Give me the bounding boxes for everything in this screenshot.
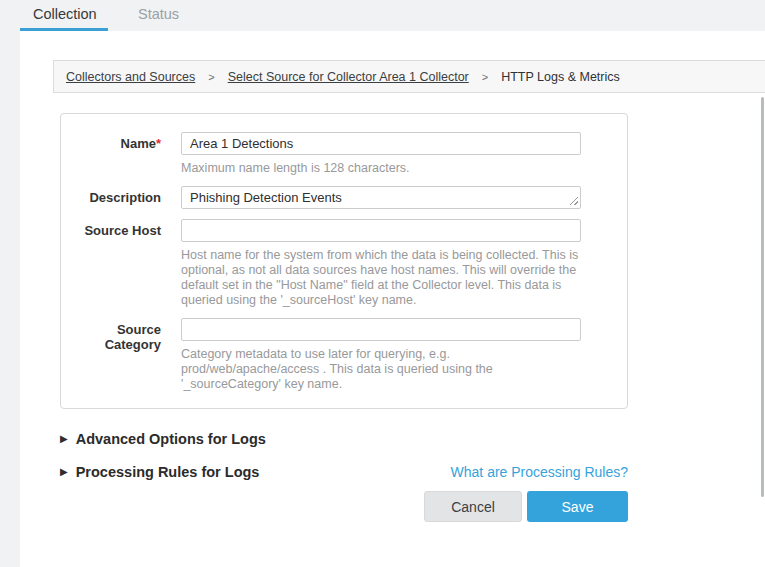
source-config-form: Name* Maximum name length is 128 charact… <box>60 113 628 409</box>
breadcrumb-link-select-source[interactable]: Select Source for Collector Area 1 Colle… <box>228 70 469 84</box>
caret-right-icon: ▶ <box>60 467 68 477</box>
source-host-field-wrap: Host name for the system from which the … <box>181 219 581 308</box>
tab-bar: Collection Status <box>0 0 765 31</box>
processing-rules-title: Processing Rules for Logs <box>76 464 260 480</box>
scrollbar[interactable] <box>761 97 764 497</box>
required-asterisk: * <box>156 136 161 151</box>
main-column: Name* Maximum name length is 128 charact… <box>60 113 628 522</box>
description-label: Description <box>61 186 161 209</box>
cancel-button[interactable]: Cancel <box>424 491 522 522</box>
what-are-processing-rules-link[interactable]: What are Processing Rules? <box>451 464 628 480</box>
tab-collection[interactable]: Collection <box>33 6 97 22</box>
form-row-source-host: Source Host Host name for the system fro… <box>61 219 627 308</box>
section-advanced-options[interactable]: ▶ Advanced Options for Logs <box>60 431 628 447</box>
form-actions: Cancel Save <box>60 491 628 522</box>
form-row-description: Description Phishing Detection Events <box>61 186 627 209</box>
page-root: Collection Status Collectors and Sources… <box>0 0 765 567</box>
name-field-wrap: Maximum name length is 128 characters. <box>181 132 581 176</box>
name-helper-text: Maximum name length is 128 characters. <box>181 161 581 176</box>
advanced-options-title: Advanced Options for Logs <box>76 431 266 447</box>
breadcrumb: Collectors and Sources > Select Source f… <box>53 60 765 93</box>
caret-right-icon: ▶ <box>60 434 68 444</box>
breadcrumb-current-page: HTTP Logs & Metrics <box>501 70 620 84</box>
name-label-text: Name <box>121 136 156 151</box>
form-row-source-category: Source Category Category metadata to use… <box>61 318 627 392</box>
source-category-field-wrap: Category metadata to use later for query… <box>181 318 581 392</box>
section-processing-rules[interactable]: ▶ Processing Rules for Logs <box>60 464 259 480</box>
breadcrumb-separator: > <box>482 71 488 83</box>
name-input[interactable] <box>181 132 581 155</box>
source-host-helper-text: Host name for the system from which the … <box>181 248 581 308</box>
description-textarea[interactable]: Phishing Detection Events <box>181 186 581 209</box>
source-category-helper-text: Category metadata to use later for query… <box>181 347 581 392</box>
save-button[interactable]: Save <box>527 491 628 522</box>
tab-status[interactable]: Status <box>138 6 179 22</box>
source-host-input[interactable] <box>181 219 581 242</box>
source-host-label: Source Host <box>61 219 161 308</box>
description-field-wrap: Phishing Detection Events <box>181 186 581 209</box>
source-category-input[interactable] <box>181 318 581 341</box>
source-category-label: Source Category <box>61 318 161 392</box>
breadcrumb-link-collectors[interactable]: Collectors and Sources <box>66 70 195 84</box>
breadcrumb-separator: > <box>208 71 214 83</box>
form-row-name: Name* Maximum name length is 128 charact… <box>61 132 627 176</box>
name-label: Name* <box>61 132 161 176</box>
section-processing-rules-row: ▶ Processing Rules for Logs What are Pro… <box>60 464 628 480</box>
